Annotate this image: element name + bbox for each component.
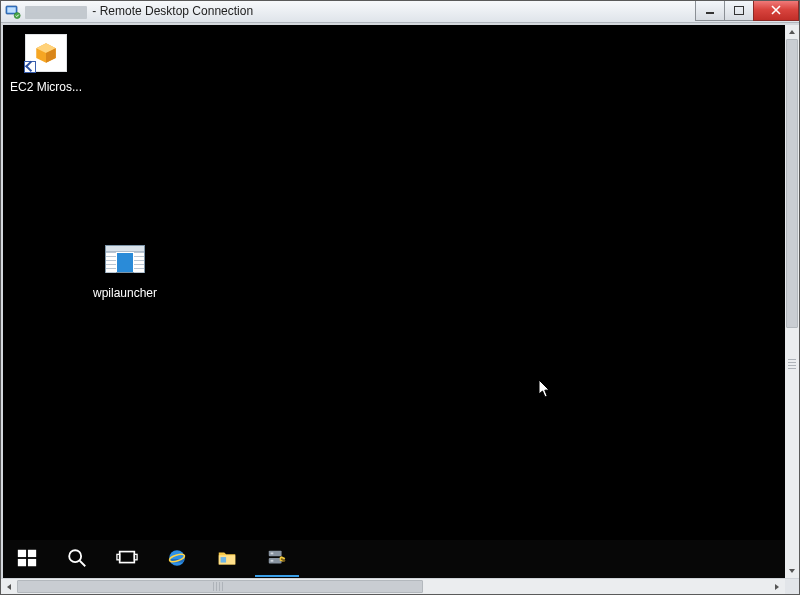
desktop-icon-ec2[interactable]: EC2 Micros... — [9, 29, 83, 94]
scroll-grip-icon — [788, 359, 796, 369]
search-icon — [66, 547, 88, 569]
task-view-icon — [116, 547, 138, 569]
svg-rect-13 — [117, 554, 120, 560]
svg-rect-7 — [28, 550, 36, 557]
title-bar[interactable]: - Remote Desktop Connection — [1, 1, 799, 23]
window-controls — [696, 1, 799, 21]
maximize-button[interactable] — [724, 1, 754, 21]
svg-rect-21 — [271, 560, 274, 562]
desktop-icon-label: EC2 Micros... — [9, 80, 83, 94]
svg-rect-17 — [221, 557, 227, 563]
client-area: EC2 Micros... — [1, 23, 799, 594]
scroll-track[interactable] — [17, 579, 769, 594]
scrollbar-corner — [785, 579, 799, 594]
svg-rect-12 — [120, 552, 135, 563]
ec2-icon — [22, 29, 70, 77]
svg-rect-1 — [7, 7, 15, 12]
scroll-right-button[interactable] — [769, 579, 785, 594]
svg-rect-9 — [28, 559, 36, 566]
folder-icon — [216, 547, 238, 569]
svg-rect-8 — [18, 559, 26, 566]
wpilauncher-icon — [101, 235, 149, 283]
host-name-redacted — [25, 6, 87, 19]
ie-icon — [166, 547, 188, 569]
shortcut-overlay-icon — [24, 61, 36, 73]
server-manager-button[interactable] — [255, 541, 299, 577]
svg-line-11 — [80, 561, 86, 567]
svg-rect-14 — [134, 554, 137, 560]
svg-point-10 — [69, 550, 81, 562]
remote-viewport: EC2 Micros... — [1, 23, 799, 578]
scroll-left-button[interactable] — [1, 579, 17, 594]
remote-desktop[interactable]: EC2 Micros... — [3, 25, 785, 578]
windows-logo-icon — [16, 547, 38, 569]
scroll-grip-icon — [213, 582, 223, 591]
task-view-button[interactable] — [105, 541, 149, 577]
svg-rect-20 — [271, 553, 274, 555]
file-explorer-button[interactable] — [205, 541, 249, 577]
desktop-icon-wpilauncher[interactable]: wpilauncher — [88, 235, 162, 300]
rdc-window: - Remote Desktop Connection — [0, 0, 800, 595]
rdc-app-icon — [5, 4, 21, 20]
minimize-button[interactable] — [695, 1, 725, 21]
start-button[interactable] — [5, 541, 49, 577]
horizontal-scrollbar[interactable] — [1, 578, 799, 594]
server-manager-icon — [266, 547, 288, 569]
scroll-up-button[interactable] — [785, 25, 799, 39]
internet-explorer-button[interactable] — [155, 541, 199, 577]
scroll-down-button[interactable] — [785, 564, 799, 578]
close-button[interactable] — [753, 1, 799, 21]
taskbar[interactable] — [3, 540, 785, 578]
scroll-track[interactable] — [785, 39, 799, 564]
scroll-thumb[interactable] — [786, 39, 798, 328]
window-title: - Remote Desktop Connection — [25, 4, 696, 18]
svg-rect-6 — [18, 550, 26, 557]
desktop-icon-label: wpilauncher — [88, 286, 162, 300]
vertical-scrollbar[interactable] — [785, 25, 799, 578]
desktop-icon-layer: EC2 Micros... — [3, 25, 785, 578]
search-button[interactable] — [55, 541, 99, 577]
